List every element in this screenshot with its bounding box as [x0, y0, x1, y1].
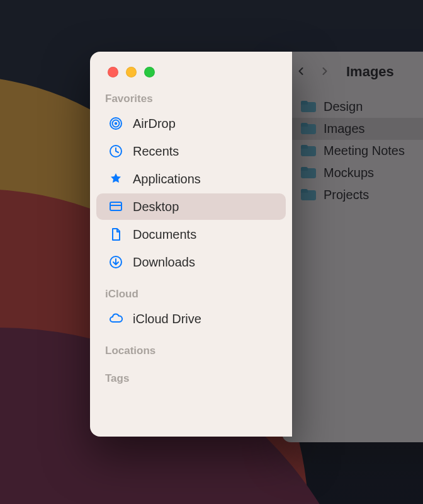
sidebar-item-documents[interactable]: Documents: [96, 221, 286, 248]
airdrop-icon: [108, 115, 124, 132]
applications-icon: [108, 171, 124, 187]
section-header-tags: Tags: [90, 361, 292, 389]
section-header-locations: Locations: [90, 333, 292, 361]
sidebar-item-airdrop[interactable]: AirDrop: [96, 110, 286, 137]
sidebar-item-label: Recents: [133, 144, 179, 159]
sidebar-item-applications[interactable]: Applications: [96, 166, 286, 192]
sidebar-item-downloads[interactable]: Downloads: [96, 249, 286, 275]
sidebar-item-label: Applications: [133, 172, 201, 186]
sidebar-item-label: Desktop: [133, 200, 179, 214]
svg-point-0: [115, 122, 117, 125]
sidebar-item-recents[interactable]: Recents: [96, 138, 286, 164]
clock-icon: [108, 143, 124, 159]
cloud-icon: [108, 311, 124, 327]
finder-sidebar-window: Favorites AirDrop Recents Applications D…: [90, 52, 292, 437]
sidebar-item-label: AirDrop: [133, 117, 176, 131]
window-zoom-button[interactable]: [144, 67, 155, 77]
document-icon: [108, 226, 124, 243]
section-header-icloud: iCloud: [90, 277, 292, 304]
sidebar-item-label: Documents: [133, 227, 196, 242]
svg-rect-4: [110, 202, 121, 210]
window-close-button[interactable]: [108, 67, 118, 77]
desktop-icon: [108, 198, 124, 215]
sidebar-item-label: iCloud Drive: [133, 312, 201, 326]
sidebar-item-icloud-drive[interactable]: iCloud Drive: [96, 306, 286, 332]
section-header-favorites: Favorites: [90, 86, 292, 109]
window-minimize-button[interactable]: [126, 67, 137, 77]
window-controls: [90, 52, 292, 86]
sidebar-item-desktop[interactable]: Desktop: [96, 193, 286, 220]
sidebar-item-label: Downloads: [133, 255, 195, 270]
download-icon: [108, 254, 124, 270]
